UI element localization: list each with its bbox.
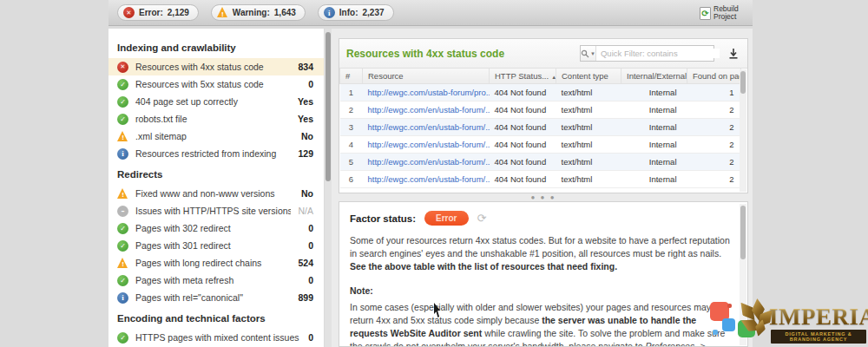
cell-resource-link[interactable]: http://ewgc.com/en/ustab-forum/... [363,153,490,170]
sidebar-item[interactable]: robots.txt file Yes [108,110,324,128]
search-icon[interactable]: ▼ [581,46,596,61]
table-scrollbar[interactable] [740,69,746,192]
sidebar-item[interactable]: HTTPS pages with mixed content issues 0 [108,329,324,346]
cell-resource-link[interactable]: http://ewgc.com/en/ustab-forum/... [363,118,490,135]
error-count-pill[interactable]: Error: 2,129 [117,4,199,21]
cell-resource-link[interactable]: http://ewgc.com/ustab-forum/pro... [363,83,490,101]
sidebar-item[interactable]: Resources with 5xx status code 0 [108,75,324,93]
cell-internal-external: Internal [621,135,687,153]
cell-http-status: 404 Not found [490,83,556,101]
resources-table-card: Resources with 4xx status code ▼ [339,38,748,193]
status-badge: Error [424,211,468,226]
factor-label: robots.txt file [135,114,291,124]
col-http-status[interactable]: HTTP Status...▲ [490,69,556,83]
factor-label: Pages with 301 redirect [135,240,301,251]
table-row[interactable]: 2 http://ewgc.com/en/ustab-forum/... 404… [340,101,741,118]
factor-label: Resources restricted from indexing [135,148,291,159]
factor-value: 834 [298,62,313,72]
table-row[interactable]: 6 http://ewgc.com/en/ustab-forum/... 404… [340,170,741,187]
table-scrollbar-thumb[interactable] [740,71,746,94]
factor-description: Some of your resources return 4xx status… [350,234,732,273]
cell-resource-link[interactable]: http://ewgc.com/en/ustab-forum/... [363,101,490,118]
sidebar-scrollbar[interactable] [325,29,332,347]
refresh-icon[interactable]: ⟳ [477,212,487,225]
cell-content-type: text/html [556,135,621,153]
factor-value: 0 [308,332,313,343]
sidebar-item[interactable]: Pages with long redirect chains 524 [108,254,324,272]
sidebar-item[interactable]: Pages with meta refresh 0 [108,272,324,289]
download-icon[interactable] [727,47,740,61]
rebuild-project-button[interactable]: Rebuild Project [698,2,748,24]
sidebar-item[interactable]: Resources restricted from indexing 129 [108,145,324,162]
cell-number: 2 [340,101,363,118]
factor-label: Resources with 4xx status code [135,62,291,72]
col-found-on-pages[interactable]: Found on pages [687,69,741,83]
sidebar-item[interactable]: Fixed www and non-www versions No [108,185,324,202]
sidebar-scrollbar-thumb[interactable] [326,32,331,181]
cell-http-status: 404 Not found [490,101,556,118]
col-number[interactable]: # [340,69,363,83]
cell-internal-external: Internal [621,170,687,187]
section-title-redirects: Redirects [108,162,324,185]
detail-pane: Resources with 4xx status code ▼ [332,29,753,347]
cell-content-type: text/html [556,170,621,187]
sidebar-item[interactable]: Resources with 4xx status code 834 [108,58,324,75]
factor-label: 404 page set up correctly [135,96,291,107]
factor-description-text: Some of your resources return 4xx status… [350,235,730,259]
warning-value: 1,643 [274,8,296,17]
table-row[interactable]: 5 http://ewgc.com/en/ustab-forum/... 404… [340,153,741,170]
col-content-type[interactable]: Content type [556,69,621,83]
cell-number: 4 [340,135,363,153]
factor-scrollbar[interactable] [740,204,746,345]
status-icon [117,292,128,304]
status-icon [117,96,128,108]
indexing-factor-list: Resources with 4xx status code 834 Resou… [108,58,324,162]
factor-label: Issues with HTTP/HTTPS site versions [135,206,291,216]
factor-value: 0 [308,275,313,285]
error-icon [123,7,135,18]
table-row[interactable]: 3 http://ewgc.com/en/ustab-forum/... 404… [340,118,741,135]
cell-http-status: 404 Not found [490,135,556,153]
cell-found-on-pages: 1 [687,83,741,101]
resources-table: # Resource HTTP Status...▲ Content type … [339,69,741,188]
note-label: Note: [350,285,733,296]
cell-number: 6 [340,170,363,187]
table-row[interactable]: 4 http://ewgc.com/en/ustab-forum/... 404… [340,135,741,153]
sidebar-item[interactable]: Issues with HTTP/HTTPS site versions N/A [108,202,324,219]
cell-internal-external: Internal [621,83,687,101]
topbar: Error: 2,129 Warning: 1,643 Info: 2,237 … [108,0,753,26]
cell-found-on-pages: 2 [687,153,741,170]
status-icon [117,206,128,217]
sidebar-item[interactable]: Pages with 301 redirect 0 [108,237,324,254]
factor-scrollbar-thumb[interactable] [740,206,746,259]
factor-value: 899 [298,292,313,303]
table-header-bar: Resources with 4xx status code ▼ [339,39,747,69]
info-count-pill[interactable]: Info: 2,237 [318,4,394,21]
cell-content-type: text/html [556,83,621,101]
leaf-icon [751,298,766,321]
cell-resource-link[interactable]: http://ewgc.com/en/ustab-forum/... [363,170,490,187]
quick-filter-input[interactable] [596,49,720,58]
factor-label: Resources with 5xx status code [135,79,301,89]
sidebar-item[interactable]: 404 page set up correctly Yes [108,93,324,110]
col-resource[interactable]: Resource [363,69,490,83]
status-icon [117,131,128,142]
cell-resource-link[interactable]: http://ewgc.com/en/ustab-forum/... [363,135,490,153]
factor-status-card: Factor status: Error ⟳ Some of your reso… [339,201,748,347]
sidebar-item[interactable]: Pages with rel="canonical" 899 [108,289,324,306]
cell-content-type: text/html [556,153,621,170]
cell-found-on-pages: 2 [687,101,741,118]
info-label: Info: [339,8,358,17]
cell-found-on-pages: 2 [687,118,741,135]
warning-label: Warning: [233,8,270,17]
sidebar-item[interactable]: Pages with 302 redirect 0 [108,219,324,237]
sidebar-item[interactable]: .xml sitemap No [108,128,324,145]
table-row[interactable]: 1 http://ewgc.com/ustab-forum/pro... 404… [340,83,741,101]
factor-label: Fixed www and non-www versions [135,188,294,199]
warning-count-pill[interactable]: Warning: 1,643 [211,4,306,21]
col-internal-external[interactable]: Internal/External [621,69,687,83]
quick-filter: ▼ [580,45,714,62]
app-window: Error: 2,129 Warning: 1,643 Info: 2,237 … [0,0,868,347]
panel-splitter[interactable]: ● ● ● [339,194,748,200]
section-title-indexing: Indexing and crawlability [108,36,324,58]
